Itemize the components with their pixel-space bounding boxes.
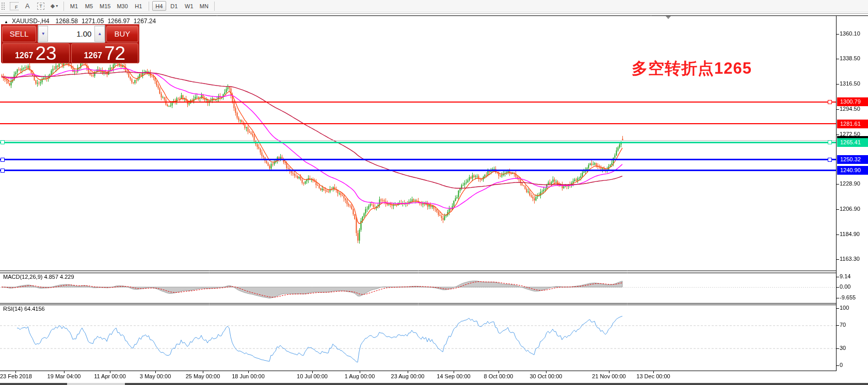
timeframe-h4[interactable]: H4 xyxy=(152,1,166,11)
price-hline[interactable] xyxy=(0,159,836,160)
price-line-tag: 1300.79 xyxy=(837,97,868,106)
symbol-label: XAUUSD-,H4 xyxy=(12,18,50,25)
open-value: 1268.58 xyxy=(56,18,78,25)
timeframe-h1[interactable]: H1 xyxy=(132,1,146,11)
time-axis-label: 1 Aug 00:00 xyxy=(345,373,375,379)
price-axis-label: 1360.10 xyxy=(840,30,860,37)
text-label-glyph: A xyxy=(25,2,30,10)
one-click-collapse-icon[interactable]: ▲ xyxy=(4,20,8,24)
toolbar-separator xyxy=(214,2,215,11)
volume-decrease-button[interactable]: ▼ xyxy=(38,26,48,42)
text-label-icon[interactable]: A xyxy=(21,1,34,11)
rsi-scale-label: 30 xyxy=(840,345,846,351)
hline-left-handle[interactable] xyxy=(1,140,5,144)
shapes-icon[interactable]: ◆ ▾ xyxy=(47,1,61,11)
timeframe-mn[interactable]: MN xyxy=(197,1,211,11)
close-value: 1267.24 xyxy=(134,18,156,25)
time-axis-label: 8 Oct 00:00 xyxy=(484,373,513,379)
time-axis-label: 11 Apr 00:00 xyxy=(94,373,126,379)
time-axis-label: 21 Nov 00:00 xyxy=(592,373,625,379)
price-axis-label: 1184.90 xyxy=(840,231,860,237)
price-axis-label: 1228.90 xyxy=(840,180,860,187)
time-axis-label: 14 Sep 00:00 xyxy=(437,373,470,379)
toolbar-divider xyxy=(0,13,868,14)
price-hline[interactable] xyxy=(0,142,836,143)
rsi-scale-label: 100 xyxy=(840,305,849,311)
macd-scale-label: 0.00 xyxy=(840,283,850,290)
time-axis-label: 23 Aug 00:00 xyxy=(391,373,425,379)
fibonacci-icon[interactable]: F xyxy=(7,1,21,11)
mt4-terminal: F A T ◆ ▾ M1 M5 M15 M30 H1 H4 D1 W1 MN ▲… xyxy=(0,0,868,385)
chevron-down-icon: ▾ xyxy=(56,4,58,8)
buy-price-pips: 72 xyxy=(104,44,125,63)
trade-panel-controls: SELL ▼ ▲ BUY xyxy=(1,24,139,43)
time-axis-label: 19 Mar 04:00 xyxy=(47,373,81,379)
toolbar-grip[interactable] xyxy=(1,2,6,10)
price-axis-label: 1206.90 xyxy=(840,206,860,212)
arrow-down-icon: ▼ xyxy=(41,31,45,36)
chart-shift-marker[interactable] xyxy=(666,16,671,19)
sell-button[interactable]: SELL xyxy=(2,26,36,42)
price-line-tag: 1281.61 xyxy=(837,120,868,128)
toolbar: F A T ◆ ▾ M1 M5 M15 M30 H1 H4 D1 W1 MN xyxy=(0,0,868,12)
hline-right-handle[interactable] xyxy=(828,100,832,104)
sell-price-pips: 23 xyxy=(35,44,56,63)
hline-right-handle[interactable] xyxy=(828,158,832,162)
price-axis-label: 1163.30 xyxy=(840,256,860,262)
time-axis-label: 30 Oct 00:00 xyxy=(530,373,562,379)
hline-left-handle[interactable] xyxy=(1,158,5,162)
timeframe-m15[interactable]: M15 xyxy=(97,1,113,11)
rsi-scale-label: 0 xyxy=(840,362,843,368)
sell-price[interactable]: 1267 23 xyxy=(2,43,70,63)
time-axis-label: 13 Dec 00:00 xyxy=(636,373,670,379)
price-line-tag: 1240.90 xyxy=(837,166,868,175)
price-hline[interactable] xyxy=(0,140,836,141)
sell-price-main: 1267 xyxy=(15,51,34,60)
high-value: 1271.05 xyxy=(82,18,104,25)
price-axis-label: 1294.50 xyxy=(840,106,860,112)
price-line-tag: 1265.41 xyxy=(837,138,868,147)
fibonacci-glyph: F xyxy=(10,2,19,10)
volume-increase-button[interactable]: ▲ xyxy=(94,26,104,42)
macd-indicator-label: MACD(12,26,9) 4.857 4.229 xyxy=(3,274,74,280)
toolbar-separator xyxy=(63,2,64,11)
chart-title: ▲XAUUSD-,H41268.581271.051266.971267.24 xyxy=(4,18,159,25)
timeframe-d1[interactable]: D1 xyxy=(167,1,181,11)
low-value: 1266.97 xyxy=(107,18,130,25)
hline-right-handle[interactable] xyxy=(828,140,832,144)
timeframe-w1[interactable]: W1 xyxy=(182,1,196,11)
time-axis-label: 23 Feb 2018 xyxy=(0,373,32,379)
price-hline[interactable] xyxy=(0,170,836,171)
timeframe-m1[interactable]: M1 xyxy=(67,1,81,11)
buy-button[interactable]: BUY xyxy=(106,26,138,42)
chart-annotation-text[interactable]: 多空转折点1265 xyxy=(632,58,752,79)
timeframe-m30[interactable]: M30 xyxy=(114,1,130,11)
volume-input[interactable] xyxy=(48,26,94,42)
bottom-window-edge-segment xyxy=(67,383,125,385)
time-axis-label: 10 Jul 00:00 xyxy=(297,373,328,379)
rsi-indicator-label: RSI(14) 64.4156 xyxy=(3,306,45,312)
macd-scale-label: -9.655 xyxy=(840,294,856,300)
time-axis-label: 25 May 00:00 xyxy=(186,373,220,379)
buy-price-main: 1267 xyxy=(84,51,102,60)
price-line-tag: 1250.32 xyxy=(837,155,868,164)
price-axis-label: 1316.50 xyxy=(840,80,860,87)
hline-left-handle[interactable] xyxy=(1,169,5,173)
buy-price[interactable]: 1267 72 xyxy=(71,43,139,63)
price-axis-label: 1338.50 xyxy=(840,55,860,61)
timeframe-m5[interactable]: M5 xyxy=(82,1,96,11)
bottom-window-edge xyxy=(0,383,868,385)
text-icon[interactable]: T xyxy=(34,1,47,11)
text-glyph: T xyxy=(37,3,44,10)
price-hline[interactable] xyxy=(0,123,836,124)
arrow-up-icon: ▲ xyxy=(98,31,102,36)
time-axis-label: 3 May 00:00 xyxy=(140,373,171,379)
one-click-trading-panel: SELL ▼ ▲ BUY 1267 23 1267 72 xyxy=(1,24,139,63)
volume-control: ▼ ▲ xyxy=(38,25,105,43)
trade-panel-quotes: 1267 23 1267 72 xyxy=(1,43,139,63)
toolbar-separator xyxy=(149,2,149,11)
rsi-scale-label: 70 xyxy=(840,322,846,328)
macd-scale-label: 9.14 xyxy=(840,273,850,279)
shapes-glyph: ◆ xyxy=(51,3,55,9)
price-hline[interactable] xyxy=(0,102,836,103)
